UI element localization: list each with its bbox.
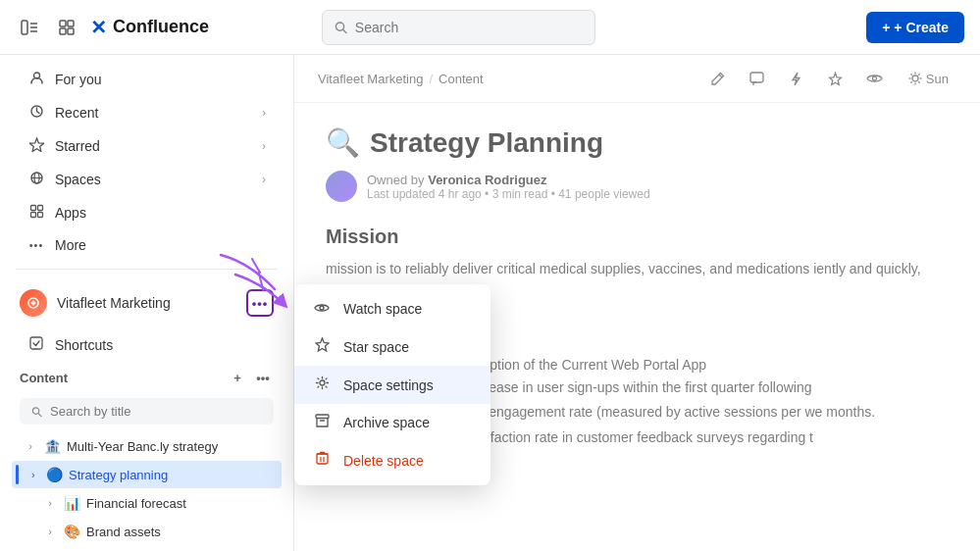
owned-by-label: Owned by Veronica Rodriguez	[367, 173, 650, 187]
svg-point-39	[320, 380, 325, 385]
content-menu-button[interactable]: •••	[252, 367, 274, 388]
breadcrumb: Vitafleet Marketing / Content	[318, 72, 484, 86]
svg-rect-5	[68, 21, 74, 26]
dropdown-star-icon	[312, 337, 332, 356]
star-content-icon[interactable]	[822, 65, 850, 92]
settings-icon	[312, 376, 332, 394]
recent-arrow-icon: ›	[262, 106, 266, 120]
sidebar-divider	[16, 269, 278, 270]
author-info: Owned by Veronica Rodriguez Last updated…	[367, 173, 650, 201]
confluence-logo[interactable]: ✕ Confluence	[90, 16, 209, 39]
svg-line-35	[918, 74, 919, 75]
active-indicator	[16, 465, 19, 484]
sun-button[interactable]: Sun	[901, 68, 956, 90]
comment-icon[interactable]	[744, 65, 771, 92]
create-plus-icon: +	[882, 20, 890, 35]
strategy-icon: 🔵	[45, 467, 63, 482]
watch-icon	[312, 300, 332, 318]
edit-icon[interactable]	[704, 65, 732, 92]
tree-item-strategy-planning[interactable]: › 🔵 Strategy planning	[12, 461, 282, 488]
content-actions: Sun	[704, 65, 956, 92]
svg-line-23	[38, 413, 41, 416]
add-content-button[interactable]: +	[227, 367, 248, 388]
dropdown-space-settings[interactable]: Space settings	[294, 366, 490, 404]
svg-marker-12	[29, 138, 43, 152]
tree-header-actions: + •••	[227, 367, 274, 388]
archive-icon	[312, 414, 332, 431]
eye-icon[interactable]	[861, 65, 889, 92]
tree-item-meeting[interactable]: ∨ 📁 Meeting notes	[12, 546, 282, 551]
tree-search-box[interactable]	[20, 398, 274, 425]
tree-search-icon	[31, 406, 42, 418]
space-header[interactable]: Vitafleet Marketing •••	[8, 281, 285, 325]
search-bar[interactable]	[322, 10, 595, 45]
avatar	[326, 171, 357, 202]
for-you-icon	[27, 71, 45, 88]
expand-brand-icon: ›	[43, 526, 57, 537]
financial-icon: 📊	[63, 495, 80, 511]
page-title: 🔍 Strategy Planning	[326, 126, 949, 159]
svg-rect-21	[30, 337, 42, 349]
search-input[interactable]	[355, 20, 583, 35]
sidebar-item-for-you[interactable]: For you	[8, 63, 285, 96]
dropdown-watch-space[interactable]: Watch space	[294, 290, 490, 327]
svg-rect-17	[37, 206, 42, 211]
author-row: Owned by Veronica Rodriguez Last updated…	[326, 171, 949, 202]
svg-point-28	[912, 75, 918, 81]
sidebar-item-spaces[interactable]: Spaces ›	[8, 163, 285, 196]
content-tree: Content + ••• › 🏦 Multi-Year Banc.ly str…	[0, 361, 293, 551]
shortcuts-icon	[27, 336, 45, 353]
sidebar-item-recent[interactable]: Recent ›	[8, 96, 285, 129]
multi-year-icon: 🏦	[43, 438, 61, 454]
sidebar-item-more[interactable]: ••• More	[8, 229, 285, 261]
tree-search-input[interactable]	[50, 404, 262, 419]
trash-icon	[312, 451, 332, 470]
sun-label: Sun	[926, 72, 949, 86]
sidebar: For you Recent › Starred › Spac	[0, 55, 294, 551]
svg-line-36	[910, 81, 911, 82]
more-icon: •••	[27, 239, 45, 251]
space-section: Vitafleet Marketing •••	[0, 277, 293, 328]
create-button[interactable]: + + Create	[866, 12, 964, 43]
svg-rect-19	[37, 213, 42, 218]
brand-icon: 🎨	[63, 524, 80, 539]
svg-rect-18	[30, 213, 35, 218]
grid-icon[interactable]	[53, 14, 80, 41]
search-icon	[335, 21, 347, 34]
expand-icon: ›	[24, 440, 37, 452]
dropdown-archive-space[interactable]: Archive space	[294, 404, 490, 441]
topbar: ✕ Confluence + + Create	[0, 0, 980, 55]
sidebar-toggle-icon[interactable]	[16, 14, 43, 41]
dropdown-menu: Watch space Star space Space settings Ar…	[294, 284, 490, 485]
expand-strategy-icon: ›	[31, 469, 45, 480]
svg-line-34	[918, 81, 919, 82]
apps-icon	[27, 204, 45, 222]
recent-icon	[27, 104, 45, 122]
expand-financial-icon: ›	[43, 497, 57, 509]
topbar-left: ✕ Confluence	[16, 14, 310, 41]
sidebar-item-shortcuts[interactable]: Shortcuts	[8, 328, 285, 361]
svg-rect-40	[316, 415, 329, 419]
tree-header: Content + •••	[8, 361, 285, 394]
svg-line-9	[343, 29, 346, 32]
svg-rect-7	[68, 28, 74, 34]
svg-point-37	[320, 306, 324, 310]
svg-rect-41	[317, 454, 328, 464]
svg-point-27	[873, 76, 877, 80]
tree-item-financial[interactable]: › 📊 Financial forecast	[12, 489, 282, 517]
tree-item-multi-year[interactable]: › 🏦 Multi-Year Banc.ly strategy	[12, 432, 282, 460]
sidebar-item-apps[interactable]: Apps	[8, 196, 285, 229]
dropdown-delete-space[interactable]: Delete space	[294, 441, 490, 479]
space-logo	[20, 289, 47, 317]
star-icon	[27, 137, 45, 155]
sidebar-item-starred[interactable]: Starred ›	[8, 129, 285, 163]
page-emoji: 🔍	[326, 126, 360, 159]
svg-rect-25	[750, 73, 763, 82]
svg-marker-26	[830, 73, 842, 84]
lightning-icon[interactable]	[783, 65, 810, 92]
svg-rect-6	[60, 28, 66, 34]
dropdown-star-space[interactable]: Star space	[294, 327, 490, 366]
tree-item-brand[interactable]: › 🎨 Brand assets	[12, 518, 282, 545]
svg-marker-38	[316, 338, 329, 351]
space-more-button[interactable]: •••	[246, 289, 274, 317]
